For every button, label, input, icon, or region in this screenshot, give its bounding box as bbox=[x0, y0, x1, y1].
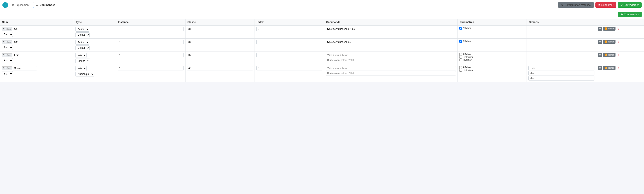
list-icon: ☰ bbox=[36, 4, 38, 7]
index-cell bbox=[255, 65, 324, 82]
unite-input-3[interactable] bbox=[528, 66, 594, 70]
historiser-label-3: Historiser bbox=[459, 69, 525, 72]
afficher-checkbox-3[interactable] bbox=[459, 66, 462, 69]
supprimer-button[interactable]: ✖ Supprimer bbox=[596, 2, 616, 8]
col-index: Index bbox=[255, 19, 324, 25]
table-container: Nom Type Instance Classe Index Commande … bbox=[0, 19, 644, 82]
col-type: Type bbox=[74, 19, 116, 25]
remove-button-2[interactable]: ⊖ bbox=[616, 53, 619, 57]
etat-select-0[interactable]: Etat bbox=[2, 32, 13, 37]
etat-select-1[interactable]: Etat bbox=[2, 45, 13, 50]
instance-input-0[interactable] bbox=[118, 27, 184, 31]
defaut-select-0[interactable]: Défaut bbox=[76, 32, 90, 37]
afficher-checkbox-0[interactable] bbox=[459, 27, 462, 30]
col-instance: Instance bbox=[116, 19, 186, 25]
remove-button-3[interactable]: ⊖ bbox=[616, 66, 619, 70]
sauvegarder-button[interactable]: ✔ Sauvegarder bbox=[618, 2, 642, 8]
duree-retour-input-3[interactable] bbox=[326, 71, 456, 75]
instance-input-1[interactable] bbox=[118, 40, 184, 44]
config-avancee-button[interactable]: ⚙ Configuration avancée bbox=[558, 2, 594, 8]
icone-button-0[interactable]: ⚑ Icône bbox=[2, 27, 12, 31]
settings-button-0[interactable]: ⚙ bbox=[598, 27, 602, 31]
icone-button-1[interactable]: ⚑ Icône bbox=[2, 40, 12, 44]
afficher-checkbox-2[interactable] bbox=[459, 53, 462, 56]
commande-cell bbox=[324, 25, 458, 39]
afficher-label-0: Afficher bbox=[459, 27, 525, 30]
settings-button-1[interactable]: ⚙ bbox=[598, 40, 602, 44]
plus-icon: ✚ bbox=[621, 13, 623, 16]
classe-cell bbox=[185, 52, 255, 65]
nom-input-1[interactable] bbox=[13, 40, 37, 44]
options-cell bbox=[527, 52, 596, 65]
commande-input-1[interactable] bbox=[326, 40, 456, 44]
commande-input-0[interactable] bbox=[326, 27, 456, 31]
type-cell: Action Défaut bbox=[74, 25, 116, 39]
parametres-cell: Afficher Historiser bbox=[458, 65, 527, 82]
defaut-select-1[interactable]: Défaut bbox=[76, 45, 90, 50]
classe-input-3[interactable] bbox=[187, 66, 253, 70]
tester-button-3[interactable]: 📶 Tester bbox=[603, 66, 616, 70]
table-row: ⚑ Icône Etat Action Défaut bbox=[0, 39, 644, 52]
duree-retour-input-2[interactable] bbox=[326, 58, 456, 62]
settings-button-2[interactable]: ⚙ bbox=[598, 53, 602, 57]
classe-input-1[interactable] bbox=[187, 40, 253, 44]
parametres-cell: Afficher Historiser Inverser bbox=[458, 52, 527, 65]
index-input-3[interactable] bbox=[256, 66, 322, 70]
type-select-2[interactable]: Info bbox=[76, 53, 86, 58]
remove-button-0[interactable]: ⊖ bbox=[616, 27, 619, 31]
nom-cell: ⚑ Icône Etat bbox=[0, 25, 74, 39]
instance-input-2[interactable] bbox=[118, 53, 184, 57]
etat-select-2[interactable]: Etat bbox=[2, 58, 13, 63]
index-cell bbox=[255, 39, 324, 52]
afficher-label-2: Afficher bbox=[459, 53, 525, 56]
commande-cell bbox=[324, 39, 458, 52]
etat-select-3[interactable]: Etat bbox=[2, 71, 13, 76]
commande-cell bbox=[324, 65, 458, 82]
nom-input-2[interactable] bbox=[13, 53, 37, 57]
index-input-0[interactable] bbox=[256, 27, 322, 31]
trash-icon: ✖ bbox=[598, 4, 600, 7]
afficher-checkbox-1[interactable] bbox=[459, 40, 462, 43]
inverser-checkbox-2[interactable] bbox=[459, 59, 462, 61]
tester-button-2[interactable]: 📶 Tester bbox=[603, 53, 616, 57]
historiser-checkbox-3[interactable] bbox=[459, 69, 462, 72]
commande-cell bbox=[324, 52, 458, 65]
valeur-retour-input-2[interactable] bbox=[326, 53, 456, 57]
actions-cell: ⚙ 📶 Tester ⊖ bbox=[596, 39, 644, 52]
tester-button-1[interactable]: 📶 Tester bbox=[603, 40, 616, 44]
max-input-3[interactable] bbox=[528, 76, 594, 80]
nom-input-3[interactable] bbox=[13, 66, 37, 70]
min-input-3[interactable] bbox=[528, 71, 594, 75]
type-select-1[interactable]: Action bbox=[76, 40, 89, 45]
col-actions bbox=[596, 19, 644, 25]
classe-input-0[interactable] bbox=[187, 27, 253, 31]
classe-input-2[interactable] bbox=[187, 53, 253, 57]
inverser-label-2: Inverser bbox=[459, 59, 525, 61]
icone-button-2[interactable]: ⚑ Icône bbox=[2, 53, 12, 57]
defaut-select-2[interactable]: Binaire bbox=[76, 59, 90, 63]
classe-cell bbox=[185, 39, 255, 52]
index-input-1[interactable] bbox=[256, 40, 322, 44]
nom-cell: ⚑ Icône Etat bbox=[0, 39, 74, 52]
equipment-icon: 🖥 bbox=[12, 4, 14, 7]
valeur-retour-input-3[interactable] bbox=[326, 66, 456, 70]
tester-button-0[interactable]: 📶 Tester bbox=[603, 27, 616, 31]
index-input-2[interactable] bbox=[256, 53, 322, 57]
instance-cell bbox=[116, 25, 186, 39]
commandes-button[interactable]: ✚ Commandes bbox=[618, 12, 642, 17]
remove-button-1[interactable]: ⊖ bbox=[616, 40, 619, 44]
type-select-3[interactable]: Info bbox=[76, 66, 86, 71]
table-row: ⚑ Icône Etat Info Binaire bbox=[0, 52, 644, 65]
add-button[interactable]: + bbox=[2, 2, 8, 8]
tab-commandes[interactable]: ☰ Commandes bbox=[33, 2, 58, 8]
settings-button-3[interactable]: ⚙ bbox=[598, 66, 602, 70]
type-select-0[interactable]: Action bbox=[76, 27, 89, 32]
instance-input-3[interactable] bbox=[118, 66, 184, 70]
defaut-select-3[interactable]: Numérique bbox=[76, 72, 94, 76]
commands-table: Nom Type Instance Classe Index Commande … bbox=[0, 19, 644, 82]
nom-input-0[interactable] bbox=[13, 27, 37, 31]
icone-button-3[interactable]: ⚑ Icône bbox=[2, 66, 12, 70]
historiser-label-2: Historiser bbox=[459, 56, 525, 59]
tab-equipement[interactable]: 🖥 Equipement bbox=[9, 2, 32, 8]
historiser-checkbox-2[interactable] bbox=[459, 56, 462, 59]
